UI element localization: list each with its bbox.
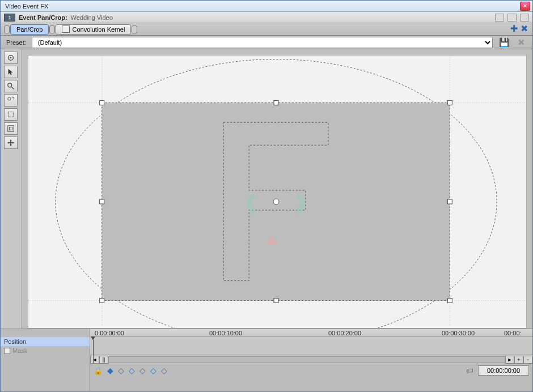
mask-checkbox[interactable]: [4, 348, 10, 354]
save-preset-icon[interactable]: 💾: [498, 37, 510, 48]
window: Video Event FX × 1 Event Pan/Crop: Weddi…: [0, 0, 533, 392]
view-mode-2-icon[interactable]: [507, 14, 517, 22]
svg-point-4: [8, 97, 11, 100]
settings-tool[interactable]: [4, 52, 18, 64]
svg-rect-21: [447, 299, 452, 303]
scroll-left-button[interactable]: ◄: [90, 356, 99, 364]
event-badge[interactable]: 1: [4, 14, 15, 22]
svg-rect-16: [447, 100, 452, 105]
svg-rect-19: [100, 299, 104, 303]
preset-select[interactable]: (Default): [32, 37, 493, 48]
chain-start-icon: [4, 25, 10, 33]
preset-row: Preset: (Default) 💾 ✖: [1, 36, 532, 49]
tab-label: Convolution Kernel: [72, 26, 125, 33]
track-position[interactable]: Position: [1, 337, 90, 346]
tool-column: [1, 49, 22, 329]
effect-enabled-icon[interactable]: [62, 25, 70, 33]
region-tool[interactable]: [4, 108, 18, 121]
chain-end-icon: [132, 25, 137, 33]
keyframe-row: 🔒 ◆ ◇ ◇ ◇ ◇ ◇ 🏷 00:00:00:00: [90, 364, 532, 377]
fit-tool[interactable]: [4, 122, 18, 135]
time-ruler[interactable]: 0:00:00:00 00:00:10:00 00:00:20:00 00:00…: [90, 329, 532, 337]
tag-icon[interactable]: 🏷: [466, 367, 473, 375]
sync-lock-icon[interactable]: 🔒: [94, 367, 103, 375]
scroll-right-button[interactable]: ►: [505, 356, 514, 364]
svg-rect-14: [100, 100, 104, 105]
svg-rect-18: [447, 199, 452, 204]
zoom-in-button[interactable]: +: [514, 356, 523, 364]
chain-link-icon: [49, 25, 55, 33]
timecode-display[interactable]: 00:00:00:00: [478, 365, 529, 376]
scroll-thumb[interactable]: ||: [99, 356, 108, 364]
preset-label: Preset:: [6, 39, 26, 46]
prev-keyframe-button[interactable]: ◇: [118, 366, 124, 375]
timeline: Position Mask 0:00:00:00 00:00:10:00 00:…: [1, 329, 532, 391]
playhead[interactable]: [93, 337, 94, 363]
timeline-right: 0:00:00:00 00:00:10:00 00:00:20:00 00:00…: [90, 329, 532, 391]
main-area: [1, 49, 532, 329]
pointer-tool[interactable]: [4, 66, 18, 78]
last-keyframe-button[interactable]: ◇: [150, 366, 156, 375]
svg-rect-6: [8, 126, 14, 132]
move-tool[interactable]: [4, 137, 18, 149]
svg-rect-17: [100, 199, 104, 204]
zoom-edit-tool[interactable]: [4, 94, 18, 106]
svg-rect-7: [9, 127, 12, 130]
add-keyframe-button[interactable]: ◇: [129, 366, 135, 375]
zoom-out-button[interactable]: −: [523, 356, 532, 364]
svg-rect-20: [274, 299, 278, 303]
scroll-track[interactable]: [108, 356, 505, 363]
tab-pan-crop[interactable]: Pan/Crop: [10, 24, 49, 35]
tab-convolution-kernel[interactable]: Convolution Kernel: [56, 24, 131, 35]
svg-point-1: [10, 57, 12, 59]
svg-line-3: [11, 87, 14, 89]
canvas-wrap: [22, 49, 532, 329]
add-effect-icon[interactable]: ✚: [509, 24, 519, 35]
svg-point-2: [8, 83, 12, 87]
next-keyframe-button[interactable]: ◇: [139, 366, 146, 375]
header-subject: Wedding Video: [71, 14, 113, 21]
effect-chain-row: Pan/Crop Convolution Kernel ✚ ✖: [1, 23, 532, 36]
tab-label: Pan/Crop: [16, 26, 43, 33]
header-label: Event Pan/Crop:: [19, 14, 67, 21]
timeline-scrollbar[interactable]: ◄ || ► + −: [90, 355, 532, 364]
svg-point-22: [273, 199, 279, 204]
svg-rect-15: [274, 100, 278, 105]
titlebar: Video Event FX ×: [1, 1, 532, 12]
delete-preset-icon[interactable]: ✖: [515, 37, 527, 48]
preview-canvas[interactable]: [28, 55, 527, 329]
first-keyframe-button[interactable]: ◆: [107, 366, 113, 375]
zoom-tool[interactable]: [4, 80, 18, 92]
header-bar: 1 Event Pan/Crop: Wedding Video: [1, 12, 532, 23]
window-title: Video Event FX: [3, 3, 520, 10]
keyframe-extra-button[interactable]: ◇: [161, 366, 167, 375]
svg-rect-5: [9, 112, 14, 117]
remove-effect-icon[interactable]: ✖: [519, 24, 529, 35]
timeline-tracks[interactable]: [90, 337, 532, 355]
track-mask[interactable]: Mask: [1, 346, 90, 355]
timeline-tracks-list: Position Mask: [1, 329, 90, 391]
view-mode-1-icon[interactable]: [495, 14, 504, 22]
close-button[interactable]: ×: [520, 2, 530, 11]
view-mode-3-icon[interactable]: [520, 14, 529, 22]
